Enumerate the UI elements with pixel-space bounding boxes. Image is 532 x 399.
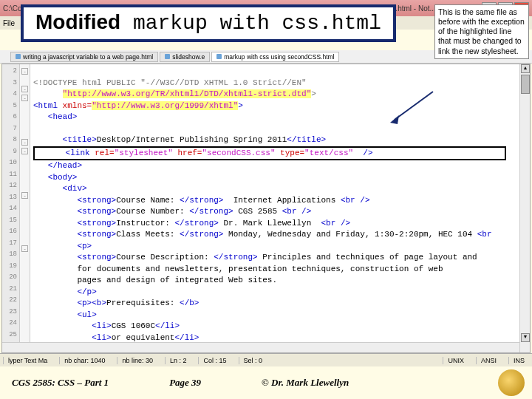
highlighted-line: <link rel="stylesheet" href="secondCSS.c… xyxy=(33,146,506,161)
footer-author: © Dr. Mark Llewellyn xyxy=(250,377,361,389)
slide-footer: CGS 2585: CSS – Part 1 Page 39 © Dr. Mar… xyxy=(0,366,532,399)
scroll-up-icon[interactable]: ▲ xyxy=(521,64,530,73)
code-editor[interactable]: 2345678910111213141516171819202122232425… xyxy=(1,64,531,353)
university-logo-icon xyxy=(498,369,525,396)
file-icon xyxy=(165,54,170,59)
tab-3-active[interactable]: markup with css using secondCSS.html xyxy=(211,52,339,62)
status-encoding: ANSI xyxy=(476,357,501,364)
annotation-text: This is the same file as before with the… xyxy=(438,7,525,55)
menu-file[interactable]: File xyxy=(3,19,15,27)
slide-title-bold: Modified xyxy=(35,10,120,33)
annotation-callout: This is the same file as before with the… xyxy=(434,4,529,59)
status-nbline: nb line: 30 xyxy=(117,357,157,364)
fold-column: ------------------------- xyxy=(20,64,30,352)
status-filetype: lyper Text Ma xyxy=(3,357,52,364)
footer-course: CGS 2585: CSS – Part 1 xyxy=(0,377,120,389)
svg-line-0 xyxy=(395,92,433,120)
status-eol: UNIX xyxy=(443,357,468,364)
tab-1[interactable]: writing a javascript variable to a web p… xyxy=(10,52,158,62)
file-icon xyxy=(216,54,222,59)
statusbar: lyper Text Ma nb char: 1040 nb line: 30 … xyxy=(0,353,532,366)
slide-title-box: Modified markup with css.html xyxy=(21,4,396,42)
status-insert: INS xyxy=(508,357,529,364)
status-sel: Sel : 0 xyxy=(239,357,267,364)
line-number-gutter: 2345678910111213141516171819202122232425… xyxy=(2,64,20,352)
status-col: Col : 15 xyxy=(198,357,231,364)
horizontal-scrollbar[interactable] xyxy=(2,342,519,352)
scroll-down-icon[interactable]: ▼ xyxy=(521,333,530,342)
footer-page: Page 39 xyxy=(157,377,213,389)
vertical-scrollbar[interactable]: ▲ ▼ xyxy=(519,64,530,352)
code-content[interactable]: <!DOCTYPE html PUBLIC "-//W3C//DTD XHTML… xyxy=(30,64,530,352)
slide-title-mono: markup with css.html xyxy=(120,12,381,35)
annotation-arrow-icon xyxy=(390,90,434,127)
file-icon xyxy=(16,54,21,59)
status-nbchar: nb char: 1040 xyxy=(59,357,109,364)
tab-2[interactable]: slideshow.e xyxy=(160,52,210,62)
status-line: Ln : 2 xyxy=(165,357,191,364)
scroll-thumb[interactable] xyxy=(521,75,530,94)
svg-marker-1 xyxy=(390,115,399,124)
